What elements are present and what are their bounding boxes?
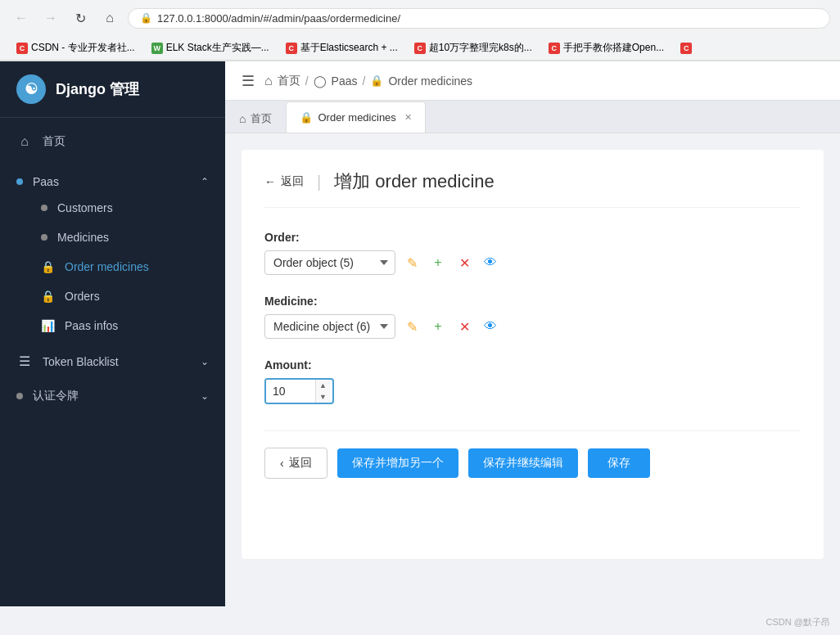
back-action-label: 返回	[289, 456, 312, 471]
auth-token-chevron-icon: ⌄	[201, 390, 209, 402]
sidebar: ☯ Django 管理 ⌂ 首页 Paas ⌃ Customers	[0, 61, 225, 606]
save-button[interactable]: 保存	[588, 448, 650, 478]
form-actions: ‹ 返回 保存并增加另一个 保存并继续编辑 保存	[264, 430, 801, 479]
sidebar-item-auth-token[interactable]: 认证令牌 ⌄	[0, 379, 225, 413]
reload-nav-btn[interactable]: ↻	[69, 7, 92, 29]
forward-nav-btn[interactable]: →	[39, 7, 62, 29]
amount-spinners: ▲ ▼	[315, 380, 330, 403]
paas-chevron-icon: ⌃	[201, 176, 209, 187]
home-nav-btn[interactable]: ⌂	[98, 7, 121, 29]
amount-spin-down[interactable]: ▼	[316, 391, 330, 403]
sidebar-home-label: 首页	[43, 134, 65, 149]
order-field-group: Order: Order object (5) ✎ + ✕ 👁	[264, 231, 801, 275]
auth-token-dot-icon	[16, 393, 23, 399]
main-content: ☰ ⌂ 首页 / ◯ Paas / 🔒 Order medicines ⌂ 首页…	[225, 61, 840, 606]
save-add-label: 保存并增加另一个	[352, 456, 444, 469]
breadcrumb-sep1: /	[305, 74, 309, 88]
order-edit-btn[interactable]: ✎	[402, 253, 422, 272]
customers-dot-icon	[41, 205, 47, 211]
tab-home-label: 首页	[251, 111, 272, 126]
sidebar-item-orders[interactable]: 🔒 Orders	[33, 281, 209, 311]
breadcrumb-home-icon: ⌂	[264, 74, 273, 88]
bookmark-csdn2[interactable]: C	[674, 41, 698, 56]
sidebar-paas-label: Paas	[33, 175, 59, 188]
medicine-edit-btn[interactable]: ✎	[402, 317, 422, 336]
back-nav-btn[interactable]: ←	[10, 7, 33, 29]
amount-input-wrapper: ▲ ▼	[264, 378, 334, 404]
customers-label: Customers	[57, 201, 113, 214]
header-separator: |	[317, 173, 321, 191]
form-header: ← 返回 | 增加 order medicine	[264, 169, 801, 208]
medicines-label: Medicines	[57, 231, 109, 244]
sidebar-item-token-blacklist[interactable]: ☰ Token Blacklist ⌄	[0, 344, 225, 379]
amount-field-row: ▲ ▼	[264, 378, 801, 404]
breadcrumb-home-link[interactable]: 首页	[278, 74, 300, 88]
form-title: 增加 order medicine	[334, 169, 495, 194]
bookmark-label-k8s: 超10万字整理完k8s的...	[429, 41, 532, 55]
security-icon: 🔒	[140, 12, 152, 24]
breadcrumb: ⌂ 首页 / ◯ Paas / 🔒 Order medicines	[264, 74, 472, 88]
logo-text: Django 管理	[56, 79, 139, 99]
bookmark-favicon-open: C	[549, 43, 560, 54]
medicine-view-btn[interactable]: 👁	[481, 317, 500, 336]
tab-lock-icon: 🔒	[300, 111, 313, 124]
bookmark-favicon-k8s: C	[414, 43, 426, 54]
medicine-select[interactable]: Medicine object (6)	[264, 314, 395, 339]
back-link-label: 返回	[281, 174, 304, 189]
paas-infos-label: Paas infos	[65, 319, 118, 332]
hamburger-button[interactable]: ☰	[238, 69, 258, 93]
save-continue-button[interactable]: 保存并继续编辑	[468, 448, 578, 478]
bookmark-label-open: 手把手教你搭建Open...	[563, 41, 664, 55]
bookmark-label-elastic: 基于Elasticsearch + ...	[300, 41, 398, 55]
address-bar[interactable]: 🔒 127.0.0.1:8000/admin/#/admin/paas/orde…	[128, 8, 830, 29]
medicine-add-btn[interactable]: +	[428, 317, 448, 336]
back-link[interactable]: ← 返回	[264, 174, 304, 189]
save-add-button[interactable]: 保存并增加另一个	[337, 448, 458, 478]
logo-icon: ☯	[16, 74, 46, 104]
sidebar-item-customers[interactable]: Customers	[33, 193, 209, 223]
home-icon: ⌂	[16, 134, 33, 149]
amount-spin-up[interactable]: ▲	[316, 380, 330, 391]
sidebar-nav: ⌂ 首页 Paas ⌃ Customers Medicin	[0, 118, 225, 420]
bookmark-favicon-csdn1: C	[16, 43, 28, 54]
tab-home-icon: ⌂	[239, 112, 246, 125]
medicine-delete-btn[interactable]: ✕	[454, 317, 474, 336]
bookmark-favicon-elastic: C	[286, 43, 297, 54]
sidebar-item-paas-infos[interactable]: 📊 Paas infos	[33, 311, 209, 340]
breadcrumb-current: Order medicines	[388, 74, 472, 88]
bookmark-open[interactable]: C 手把手教你搭建Open...	[542, 39, 671, 56]
amount-input[interactable]	[266, 380, 315, 403]
bookmark-favicon-elk: W	[151, 43, 163, 54]
sidebar-logo: ☯ Django 管理	[0, 61, 225, 118]
breadcrumb-paas-link[interactable]: Paas	[332, 74, 358, 88]
medicine-field-group: Medicine: Medicine object (6) ✎ + ✕ 👁	[264, 295, 801, 339]
browser-chrome: ← → ↻ ⌂ 🔒 127.0.0.1:8000/admin/#/admin/p…	[0, 0, 840, 61]
tab-close-icon[interactable]: ✕	[404, 112, 412, 123]
order-select[interactable]: Order object (5)	[264, 250, 395, 275]
bookmark-elastic[interactable]: C 基于Elasticsearch + ...	[279, 39, 404, 56]
bookmark-csdn1[interactable]: C CSDN - 专业开发者社...	[10, 39, 142, 56]
paas-dot-icon	[16, 178, 23, 185]
app-layout: ☯ Django 管理 ⌂ 首页 Paas ⌃ Customers	[0, 61, 840, 606]
back-action-arrow-icon: ‹	[280, 457, 284, 470]
sidebar-item-home[interactable]: ⌂ 首页	[0, 124, 225, 159]
bookmark-elk[interactable]: W ELK Stack生产实践—...	[145, 39, 276, 56]
tab-order-medicines[interactable]: 🔒 Order medicines ✕	[286, 101, 425, 133]
medicine-field-row: Medicine object (6) ✎ + ✕ 👁	[264, 314, 801, 339]
sidebar-paas-header[interactable]: Paas ⌃	[16, 167, 209, 193]
tab-order-medicines-label: Order medicines	[318, 111, 395, 124]
bookmark-k8s[interactable]: C 超10万字整理完k8s的...	[408, 39, 539, 56]
sidebar-item-order-medicines[interactable]: 🔒 Order medicines	[33, 252, 209, 281]
orders-lock-icon: 🔒	[41, 290, 55, 303]
back-arrow-icon: ←	[264, 175, 276, 188]
paas-infos-db-icon: 📊	[41, 319, 55, 332]
order-delete-btn[interactable]: ✕	[454, 253, 474, 272]
order-add-btn[interactable]: +	[428, 253, 448, 272]
tab-home[interactable]: ⌂ 首页	[225, 103, 286, 133]
bookmark-favicon-csdn2: C	[680, 43, 692, 54]
bookmarks-bar: C CSDN - 专业开发者社... W ELK Stack生产实践—... C…	[0, 36, 840, 61]
breadcrumb-sep2: /	[362, 74, 365, 88]
sidebar-item-medicines[interactable]: Medicines	[33, 223, 209, 252]
back-action-button[interactable]: ‹ 返回	[264, 448, 327, 479]
order-view-btn[interactable]: 👁	[481, 253, 500, 272]
